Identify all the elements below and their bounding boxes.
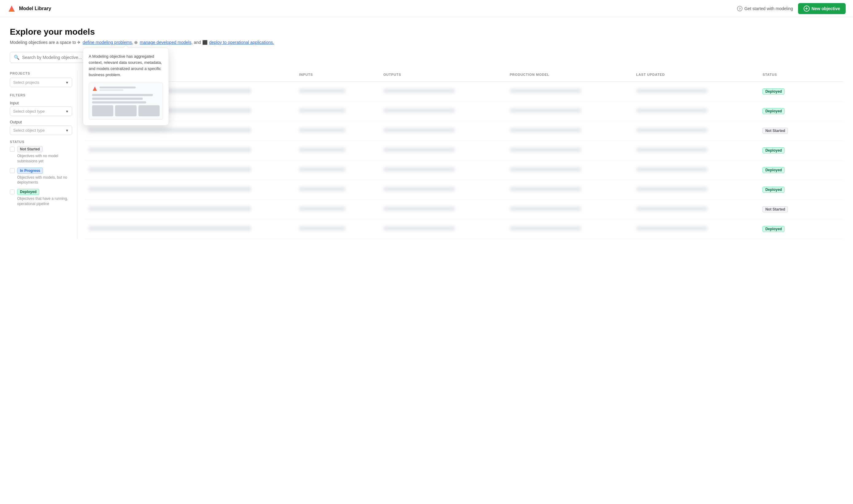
cell-status-2: Not Started bbox=[759, 124, 843, 138]
status-badge-4: Deployed bbox=[762, 167, 784, 173]
projects-select[interactable]: Select projects ▼ bbox=[10, 78, 72, 87]
output-type-select[interactable]: Select object type ▼ bbox=[10, 126, 72, 135]
cell-status-1: Deployed bbox=[759, 104, 843, 118]
cell-status-7: Deployed bbox=[759, 222, 843, 236]
table-area: NAME INPUTS OUTPUTS PRODUCTION MODEL LAS… bbox=[77, 70, 843, 239]
cell-name-7 bbox=[85, 222, 295, 235]
cell-inputs-3 bbox=[295, 144, 380, 157]
cell-status-4: Deployed bbox=[759, 163, 843, 177]
cell-status-0: Deployed bbox=[759, 85, 843, 98]
header-right: ? Get started with modeling + New object… bbox=[737, 3, 846, 14]
cell-production-0 bbox=[506, 85, 633, 97]
cell-status-6: Not Started bbox=[759, 202, 843, 216]
search-icon: 🔍 bbox=[14, 55, 20, 60]
popover-preview bbox=[89, 83, 163, 120]
in-progress-badge: In Progress bbox=[17, 167, 43, 174]
cell-outputs-1 bbox=[380, 105, 506, 117]
cell-updated-2 bbox=[633, 124, 759, 137]
page-subtitle: Modeling objectives are a space to ✈ def… bbox=[10, 39, 843, 46]
table-row[interactable]: Deployed bbox=[85, 141, 843, 160]
status-badge-5: Deployed bbox=[762, 186, 784, 193]
in-progress-checkbox[interactable] bbox=[10, 168, 15, 173]
page-title: Explore your models bbox=[10, 27, 843, 37]
manage-link[interactable]: manage developed models, bbox=[140, 40, 193, 45]
projects-dropdown-arrow: ▼ bbox=[66, 81, 69, 85]
input-type-select[interactable]: Select object type ▼ bbox=[10, 107, 72, 116]
table-row[interactable]: Not Started bbox=[85, 199, 843, 219]
table-row[interactable]: Deployed bbox=[85, 160, 843, 180]
cell-production-4 bbox=[506, 164, 633, 176]
popover-arrow-inner bbox=[123, 46, 129, 48]
help-icon: ? bbox=[737, 6, 743, 11]
col-status: STATUS bbox=[759, 70, 843, 79]
cell-production-2 bbox=[506, 124, 633, 137]
projects-label: PROJECTS bbox=[10, 72, 72, 75]
cell-name-6 bbox=[85, 202, 295, 216]
output-dropdown-arrow: ▼ bbox=[66, 129, 69, 132]
cell-inputs-1 bbox=[295, 105, 380, 117]
not-started-checkbox[interactable] bbox=[10, 147, 15, 151]
col-outputs: OUTPUTS bbox=[380, 70, 506, 79]
table-row[interactable]: Deployed bbox=[85, 82, 843, 101]
table-row[interactable]: Not Started bbox=[85, 121, 843, 141]
app-title: Model Library bbox=[19, 6, 51, 11]
cell-outputs-5 bbox=[380, 183, 506, 196]
cell-inputs-4 bbox=[295, 164, 380, 176]
status-badge-0: Deployed bbox=[762, 88, 784, 94]
preview-lines bbox=[92, 94, 160, 104]
cell-production-1 bbox=[506, 105, 633, 117]
col-last-updated: LAST UPDATED bbox=[633, 70, 759, 79]
input-dropdown-arrow: ▼ bbox=[66, 110, 69, 113]
cell-updated-4 bbox=[633, 164, 759, 176]
cell-outputs-2 bbox=[380, 124, 506, 137]
manage-icon: ⊕ bbox=[134, 39, 138, 46]
help-link[interactable]: ? Get started with modeling bbox=[737, 6, 793, 11]
cell-name-2 bbox=[85, 124, 295, 137]
cell-status-5: Deployed bbox=[759, 183, 843, 196]
app-header: Model Library ? Get started with modelin… bbox=[0, 0, 853, 17]
plus-icon: + bbox=[803, 5, 810, 12]
svg-text:?: ? bbox=[739, 7, 741, 11]
cell-updated-0 bbox=[633, 85, 759, 97]
status-deployed: Deployed Objectives that have a running,… bbox=[10, 189, 72, 206]
cell-production-7 bbox=[506, 222, 633, 235]
not-started-desc: Objectives with no model submissions yet bbox=[17, 154, 72, 164]
cell-outputs-7 bbox=[380, 222, 506, 235]
sidebar: PROJECTS Select projects ▼ FILTERS Input… bbox=[10, 70, 77, 239]
deploy-link[interactable]: deploy to operational applications. bbox=[209, 40, 274, 45]
status-badge-6: Not Started bbox=[762, 206, 788, 212]
cell-outputs-0 bbox=[380, 85, 506, 97]
app-logo bbox=[7, 4, 16, 13]
define-link[interactable]: define modeling problems, bbox=[83, 40, 133, 45]
input-filter-label: Input bbox=[10, 101, 72, 105]
status-badge-7: Deployed bbox=[762, 226, 784, 232]
preview-blocks bbox=[92, 105, 160, 116]
cell-name-4 bbox=[85, 163, 295, 177]
new-objective-button[interactable]: + New objective bbox=[798, 3, 846, 14]
table-row[interactable]: Deployed bbox=[85, 180, 843, 199]
deploy-icon: ⬛ bbox=[202, 39, 207, 46]
table-row[interactable]: Deployed bbox=[85, 101, 843, 121]
cell-updated-5 bbox=[633, 183, 759, 196]
projects-section: PROJECTS Select projects ▼ bbox=[10, 72, 72, 87]
table-row[interactable]: Deployed bbox=[85, 219, 843, 239]
header-left: Model Library bbox=[7, 4, 51, 13]
cell-production-6 bbox=[506, 203, 633, 215]
cell-outputs-3 bbox=[380, 144, 506, 157]
cell-updated-3 bbox=[633, 144, 759, 157]
cell-outputs-4 bbox=[380, 164, 506, 176]
preview-logo-row bbox=[92, 86, 160, 91]
cell-updated-6 bbox=[633, 203, 759, 215]
cell-inputs-0 bbox=[295, 85, 380, 97]
cell-production-3 bbox=[506, 144, 633, 157]
cell-production-5 bbox=[506, 183, 633, 196]
cell-inputs-7 bbox=[295, 222, 380, 235]
in-progress-desc: Objectives with models, but no deploymen… bbox=[17, 175, 72, 185]
deployed-checkbox[interactable] bbox=[10, 190, 15, 194]
status-badge-2: Not Started bbox=[762, 128, 788, 134]
preview-logo-icon bbox=[92, 86, 97, 91]
filters-section: FILTERS Input Select object type ▼ Outpu… bbox=[10, 93, 72, 135]
define-icon: ✈ bbox=[77, 39, 81, 46]
cell-inputs-6 bbox=[295, 203, 380, 215]
cell-inputs-2 bbox=[295, 124, 380, 137]
